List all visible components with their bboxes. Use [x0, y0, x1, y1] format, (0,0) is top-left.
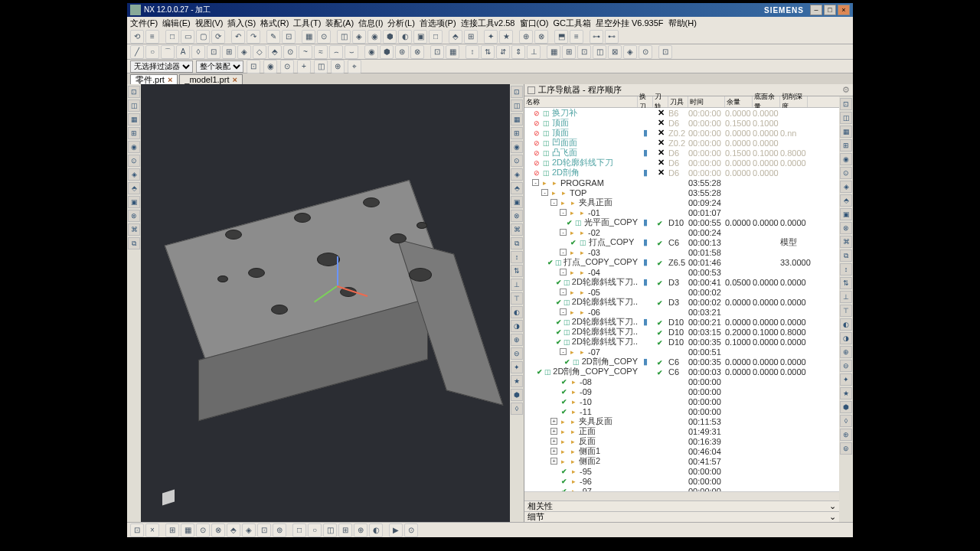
toolbar-button[interactable]: ⊗ — [410, 45, 424, 59]
vertical-tool-button[interactable]: ⧉ — [511, 237, 523, 249]
expand-icon[interactable]: + — [550, 448, 557, 455]
vertical-tool-button[interactable]: ⊗ — [128, 210, 140, 222]
toolbar-button[interactable]: ▦ — [446, 45, 459, 59]
toolbar-button[interactable]: ⊙ — [404, 523, 418, 537]
toolbar-button[interactable]: ⊙ — [317, 30, 331, 44]
minimize-button[interactable]: – — [810, 5, 822, 15]
tree-row[interactable]: ✔◫2D剖角_COPY_COPY✔C600:00:030.00000.00000… — [524, 367, 839, 377]
menu-item[interactable]: 装配(A) — [325, 18, 354, 29]
toolbar-button[interactable]: ▭ — [181, 30, 194, 44]
detail-section[interactable]: 细节⌄ — [524, 511, 839, 522]
expand-icon[interactable]: - — [560, 308, 567, 315]
toolbar-button[interactable]: ✦ — [484, 30, 498, 44]
close-button[interactable]: × — [838, 5, 850, 15]
tree-row[interactable]: +▸▸侧面200:41:57 — [524, 456, 839, 466]
expand-icon[interactable]: + — [550, 438, 557, 445]
menu-item[interactable]: 工具(T) — [293, 18, 321, 29]
toolbar-button[interactable]: ◫ — [593, 45, 606, 59]
toolbar-button[interactable]: ⇅ — [481, 45, 495, 59]
toolbar-button[interactable]: ◈ — [352, 30, 366, 44]
toolbar-button[interactable]: ⊡ — [658, 45, 672, 59]
vertical-tool-button[interactable]: ◐ — [840, 318, 852, 331]
tree-row[interactable]: ✔◫打点_COPY▮✔C600:00:13模型 — [524, 237, 839, 247]
sel-btn-1[interactable]: ⊡ — [247, 60, 260, 73]
document-tab[interactable]: _model1.prt× — [179, 74, 243, 84]
menu-item[interactable]: 信息(I) — [358, 18, 383, 29]
toolbar-button[interactable]: □ — [292, 523, 306, 537]
toolbar-button[interactable]: ⊞ — [165, 523, 179, 537]
col-tool[interactable]: 刀具 — [668, 96, 688, 107]
tree-row[interactable]: ✔◫打点_COPY_COPY▮✔Z6.500:01:4633.0000 — [524, 257, 839, 267]
toolbar-button[interactable]: ⊗ — [534, 30, 548, 44]
toolbar-button[interactable]: ▶ — [389, 523, 403, 537]
col-floor-stock[interactable]: 底面余量 — [753, 96, 780, 107]
toolbar-button[interactable]: ▢ — [196, 30, 210, 44]
menu-item[interactable]: 插入(S) — [227, 18, 256, 29]
vertical-tool-button[interactable]: ◑ — [840, 332, 852, 344]
toolbar-button[interactable]: ⊙ — [283, 45, 297, 59]
toolbar-button[interactable]: ◐ — [398, 30, 412, 44]
vertical-tool-button[interactable]: ⊞ — [128, 127, 140, 139]
expand-icon[interactable]: - — [532, 179, 539, 186]
vertical-tool-button[interactable]: ◑ — [511, 320, 523, 332]
col-name[interactable]: 名称 — [524, 96, 638, 107]
vertical-tool-button[interactable]: ⊕ — [511, 334, 523, 346]
sel-btn-5[interactable]: ◫ — [314, 60, 328, 73]
vertical-tool-button[interactable]: ⌘ — [128, 223, 140, 236]
vertical-tool-button[interactable]: ⊕ — [840, 346, 852, 358]
toolbar-button[interactable]: ⟳ — [211, 30, 225, 44]
toolbar-button[interactable]: ≡ — [145, 30, 159, 44]
toolbar-button[interactable]: ◐ — [369, 523, 383, 537]
filter-select-left[interactable]: 无选择过滤器 — [130, 60, 193, 73]
toolbar-button[interactable]: ⊞ — [222, 45, 236, 59]
toolbar-button[interactable]: ⊡ — [130, 523, 144, 537]
vertical-tool-button[interactable]: ◉ — [840, 153, 852, 165]
expand-icon[interactable]: - — [560, 269, 567, 276]
vertical-tool-button[interactable]: ⌘ — [511, 223, 523, 236]
vertical-tool-button[interactable]: ⬢ — [511, 389, 523, 401]
vertical-tool-button[interactable]: ◫ — [511, 99, 523, 112]
vertical-tool-button[interactable]: ⊞ — [840, 139, 852, 152]
vertical-tool-button[interactable]: ◉ — [128, 141, 140, 153]
vertical-tool-button[interactable]: ◫ — [128, 99, 140, 112]
toolbar-button[interactable]: ◉ — [364, 45, 378, 59]
expand-icon[interactable]: - — [541, 189, 548, 196]
toolbar-button[interactable]: ▦ — [181, 523, 194, 537]
toolbar-button[interactable]: ⬒ — [554, 30, 568, 44]
tree-row[interactable]: ✔▸-9700:00:00 — [524, 486, 839, 491]
toolbar-button[interactable]: ▦ — [547, 45, 560, 59]
toolbar-button[interactable]: ◈ — [623, 45, 637, 59]
vertical-tool-button[interactable]: ⬘ — [840, 194, 852, 207]
toolbar-button[interactable]: ⟲ — [130, 30, 144, 44]
toolbar-button[interactable]: ⊡ — [282, 30, 296, 44]
vertical-tool-button[interactable]: ▦ — [128, 113, 140, 126]
menu-item[interactable]: 窗口(O) — [520, 18, 549, 29]
toolbar-button[interactable]: ⊗ — [211, 523, 225, 537]
vertical-tool-button[interactable]: ⊚ — [840, 442, 852, 455]
toolbar-button[interactable]: ⬢ — [380, 45, 394, 59]
toolbar-button[interactable]: ⊷ — [605, 30, 619, 44]
toolbar-button[interactable]: ◉ — [368, 30, 381, 44]
toolbar-button[interactable]: ★ — [499, 30, 513, 44]
expand-icon[interactable]: - — [560, 348, 567, 355]
toolbar-button[interactable]: ⌢ — [329, 45, 343, 59]
toolbar-button[interactable]: ⊕ — [519, 30, 533, 44]
vertical-tool-button[interactable]: ▣ — [840, 208, 852, 220]
vertical-tool-button[interactable]: ⊡ — [128, 86, 140, 98]
toolbar-button[interactable]: ⊶ — [590, 30, 603, 44]
vertical-tool-button[interactable]: ⊙ — [840, 167, 852, 179]
tree-row[interactable]: ✔◫2D轮廓斜线下刀..▮✔D300:00:410.05000.00000.00… — [524, 277, 839, 287]
menu-item[interactable]: 编辑(E) — [162, 18, 191, 29]
toolbar-button[interactable]: ⬘ — [449, 30, 462, 44]
tab-close-icon[interactable]: × — [232, 75, 237, 84]
sel-btn-2[interactable]: ◉ — [263, 60, 277, 73]
toolbar-button[interactable]: ⊞ — [562, 45, 576, 59]
sel-btn-6[interactable]: ⊕ — [331, 60, 345, 73]
vertical-tool-button[interactable]: ⬘ — [128, 182, 140, 194]
vertical-tool-button[interactable]: ⊤ — [511, 292, 523, 305]
toolbar-button[interactable]: ≈ — [314, 45, 328, 59]
menu-item[interactable]: 分析(L) — [387, 18, 414, 29]
related-section[interactable]: 相关性⌄ — [524, 500, 839, 511]
vertical-tool-button[interactable]: ▦ — [840, 126, 852, 138]
toolbar-button[interactable]: ✎ — [266, 30, 280, 44]
